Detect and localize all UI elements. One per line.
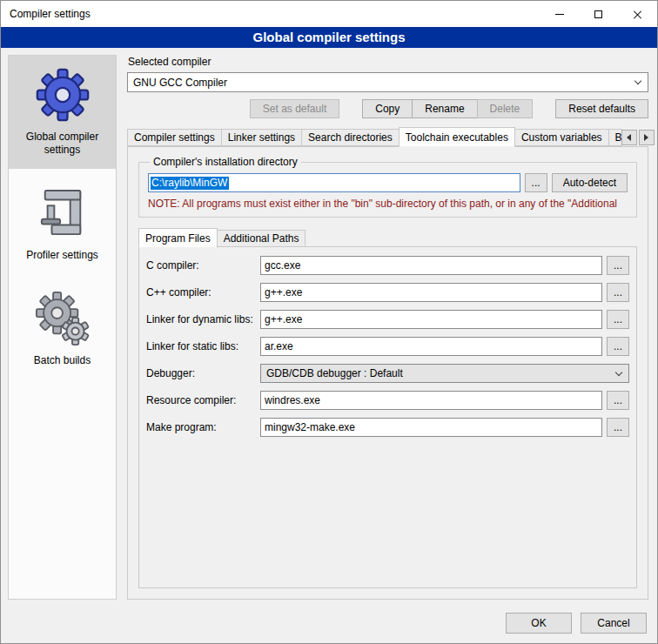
sidebar-item-profiler-settings[interactable]: Profiler settings: [9, 174, 116, 274]
program-files-tab-strip: Program Files Additional Paths: [138, 228, 637, 247]
cpp-compiler-browse-button[interactable]: ...: [607, 283, 629, 302]
selected-compiler-value: GNU GCC Compiler: [133, 77, 227, 89]
program-files-panel: C compiler: ... C++ compiler: ... Linker…: [138, 246, 637, 588]
sidebar-item-batch-builds[interactable]: Batch builds: [9, 279, 116, 379]
sidebar-item-label: Profiler settings: [26, 249, 98, 262]
arrow-right-icon: [644, 134, 648, 141]
arrow-left-icon: [627, 134, 631, 141]
browse-directory-button[interactable]: ...: [525, 173, 547, 192]
titlebar[interactable]: Compiler settings: [1, 1, 657, 27]
auto-detect-button[interactable]: Auto-detect: [552, 173, 628, 192]
tab-scroll-buttons: [621, 130, 655, 146]
window-title: Compiler settings: [10, 8, 91, 20]
main-content: Selected compiler GNU GCC Compiler Set a…: [127, 55, 648, 600]
installation-directory-input[interactable]: C:\raylib\MinGW: [148, 173, 520, 192]
static-linker-browse-button[interactable]: ...: [607, 337, 629, 356]
installation-directory-value: C:\raylib\MinGW: [151, 177, 229, 190]
debugger-combobox[interactable]: GDB/CDB debugger : Default: [260, 364, 629, 383]
toolchain-form: C compiler: ... C++ compiler: ... Linker…: [146, 256, 629, 437]
resource-compiler-input[interactable]: [260, 391, 602, 410]
tab-scroll-left-button[interactable]: [621, 130, 637, 145]
dialog-body: Global compiler settings Profiler se: [1, 48, 657, 610]
selected-compiler-label: Selected compiler: [128, 56, 648, 68]
tab-scroll-right-button[interactable]: [639, 130, 655, 145]
tab-build-options[interactable]: Buil: [608, 129, 622, 146]
c-compiler-label: C compiler:: [146, 259, 256, 272]
close-button[interactable]: [618, 1, 657, 27]
sidebar-item-label: Batch builds: [34, 354, 91, 367]
dynamic-linker-label: Linker for dynamic libs:: [146, 313, 256, 325]
minimize-icon: [555, 14, 564, 15]
toolchain-executables-panel: Compiler's installation directory C:\ray…: [127, 146, 648, 600]
tab-compiler-settings[interactable]: Compiler settings: [127, 129, 222, 146]
c-compiler-input[interactable]: [260, 256, 602, 275]
chevron-down-icon: [634, 77, 641, 84]
make-program-label: Make program:: [146, 421, 256, 433]
clamp-icon: [34, 184, 91, 242]
reset-defaults-button[interactable]: Reset defaults: [555, 99, 648, 118]
installation-directory-group-title: Compiler's installation directory: [150, 156, 301, 168]
rename-button[interactable]: Rename: [412, 99, 477, 118]
debugger-value: GDB/CDB debugger : Default: [266, 367, 403, 379]
compiler-button-row: Set as default Copy Rename Delete Reset …: [127, 99, 648, 118]
cpp-compiler-label: C++ compiler:: [146, 286, 256, 299]
installation-directory-groupbox: Compiler's installation directory C:\ray…: [138, 156, 637, 218]
minimize-button[interactable]: [540, 1, 579, 27]
cpp-compiler-input[interactable]: [260, 283, 602, 302]
make-program-browse-button[interactable]: ...: [607, 418, 629, 437]
cancel-button[interactable]: Cancel: [581, 613, 647, 634]
dialog-heading: Global compiler settings: [1, 27, 657, 48]
resource-compiler-label: Resource compiler:: [146, 394, 256, 406]
maximize-icon: [594, 10, 602, 18]
dynamic-linker-input[interactable]: [260, 310, 602, 329]
debugger-label: Debugger:: [146, 367, 256, 379]
settings-sidebar: Global compiler settings Profiler se: [8, 55, 117, 600]
copy-button[interactable]: Copy: [362, 99, 413, 118]
static-linker-label: Linker for static libs:: [146, 340, 256, 352]
set-as-default-button: Set as default: [250, 99, 339, 118]
selected-compiler-combobox[interactable]: GNU GCC Compiler: [127, 72, 648, 92]
note-text: NOTE: All programs must exist either in …: [148, 198, 628, 210]
compiler-settings-window: Compiler settings Global compiler settin…: [0, 0, 658, 644]
ok-button[interactable]: OK: [506, 613, 572, 634]
tab-toolchain-executables[interactable]: Toolchain executables: [399, 127, 515, 147]
resource-compiler-browse-button[interactable]: ...: [607, 391, 629, 410]
make-program-input[interactable]: [260, 418, 602, 437]
gears-gray-icon: [34, 290, 91, 347]
tab-linker-settings[interactable]: Linker settings: [221, 129, 302, 146]
settings-tab-strip: Compiler settings Linker settings Search…: [127, 127, 648, 146]
sidebar-item-label: Global compiler settings: [12, 131, 112, 157]
dialog-footer: OK Cancel: [1, 610, 657, 643]
close-icon: [633, 10, 642, 19]
static-linker-input[interactable]: [260, 337, 602, 356]
gear-blue-icon: [34, 66, 91, 124]
c-compiler-browse-button[interactable]: ...: [607, 256, 629, 275]
sidebar-item-global-compiler-settings[interactable]: Global compiler settings: [9, 56, 116, 169]
chevron-down-icon: [615, 368, 622, 375]
tab-search-directories[interactable]: Search directories: [301, 129, 400, 146]
subtab-program-files[interactable]: Program Files: [138, 228, 218, 248]
delete-button: Delete: [477, 99, 534, 118]
installation-directory-row: C:\raylib\MinGW ... Auto-detect: [148, 173, 628, 192]
tab-custom-variables[interactable]: Custom variables: [514, 129, 609, 146]
maximize-button[interactable]: [579, 1, 618, 27]
window-controls: [540, 1, 657, 27]
dynamic-linker-browse-button[interactable]: ...: [607, 310, 629, 329]
subtab-additional-paths[interactable]: Additional Paths: [217, 230, 306, 247]
